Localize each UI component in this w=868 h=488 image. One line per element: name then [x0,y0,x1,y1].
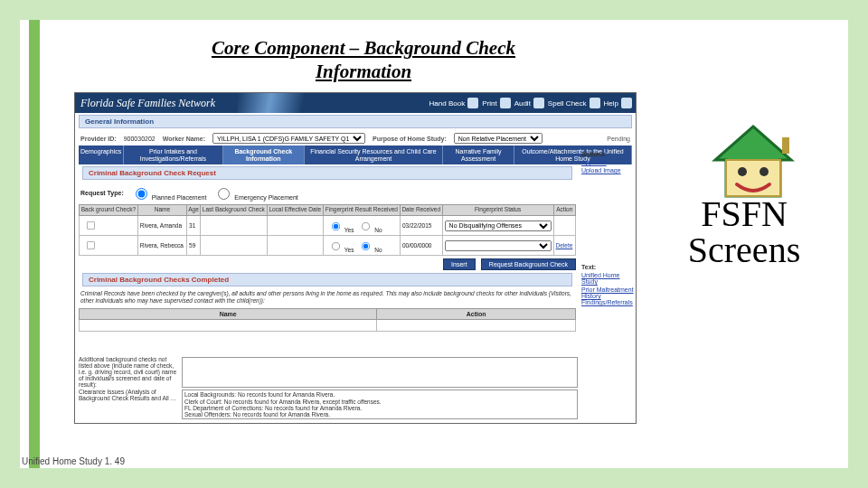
help-icon [621,98,632,108]
tab-narrative[interactable]: Narrative Family Assessment [443,145,514,164]
clearance-issues-textarea[interactable]: Local Backgrounds: No records found for … [182,389,578,419]
slide-title: Core Component – Background Check Inform… [174,36,553,84]
col-local-date: Local Effective Date [267,205,323,216]
additional-checks-label: Additional background checks not listed … [79,357,178,388]
insert-button[interactable]: Insert [443,258,476,270]
col-bg-check: Back ground Check? [80,205,138,216]
svg-point-2 [760,167,769,176]
provider-id-value: 900030202 [124,136,156,142]
audit-icon [533,98,544,108]
bgcheck-checkbox[interactable] [87,221,95,230]
titlebar-actions: Hand Book Print Audit Spell Check Help [429,98,636,108]
row-name: Rivera, Rebecca [137,236,186,256]
request-bg-check-button[interactable]: Request Background Check [481,258,576,270]
help-button[interactable]: Help [604,98,632,108]
request-type-row: Request Type: Planned Placement Emergenc… [79,182,576,204]
fp-result-radios[interactable]: Yes No [323,216,400,236]
criminal-completed-header: Criminal Background Checks Completed [82,273,572,286]
side-label: FSFN Screens [640,196,848,268]
provider-id-label: Provider ID: [80,136,117,142]
col-date-received: Date Received [400,205,442,216]
col-fp-result: Fingerprint Result Received [323,205,400,216]
svg-rect-3 [782,137,789,154]
print-icon [500,98,511,108]
handbook-button[interactable]: Hand Book [429,98,479,108]
criminal-request-header: Criminal Background Check Request [82,166,572,180]
table-row [80,319,576,331]
bgcheck-checkbox[interactable] [87,241,95,249]
row-age: 31 [187,216,201,236]
audit-button[interactable]: Audit [514,98,544,108]
tab-demographics[interactable]: Demographics [79,145,124,164]
prior-maltreatment-link[interactable]: Prior Maltreatment History Findings/Refe… [581,286,634,305]
request-type-label: Request Type: [80,190,124,196]
svg-point-1 [738,167,747,176]
planned-placement-option[interactable]: Planned Placement [131,185,207,201]
print-button[interactable]: Print [482,98,510,108]
footer-left: Unified Home Study 1. 49 [22,456,125,466]
titlebar-swoosh [238,93,346,113]
criminal-completed-note: Criminal Records have been checked by th… [79,288,576,308]
col-name: Name [137,205,186,216]
tab-background-check[interactable]: Background Check Information [223,145,305,164]
actions-header: Actions: [581,151,634,157]
row-name: Rivera, Amanda [137,216,186,236]
clearance-issues-label: Clearance Issues (Analysis of Background… [79,389,178,419]
request-button-row: Insert Request Background Check [79,258,576,270]
unified-home-study-link[interactable]: Unified Home Study [581,272,634,285]
status-value: Pending [607,136,630,142]
handbook-icon [467,98,478,108]
bottom-area: Additional background checks not listed … [79,355,578,419]
main-area: Criminal Background Check Request Reques… [75,166,580,331]
purpose-select[interactable]: Non Relative Placement [454,133,542,144]
app-brand: Florida Safe Families Network [80,97,215,110]
col-name: Name [80,308,377,319]
table-row: Rivera, Rebecca 59 Yes No 00/00/0000 Del… [80,236,576,256]
table-row: Rivera, Amanda 31 Yes No 03/22/2015 No D… [80,216,576,236]
spellcheck-button[interactable]: Spell Check [548,98,600,108]
row-age: 59 [187,236,201,256]
provider-row: Provider ID: 900030202 Worker Name: YILL… [75,130,636,144]
slide-frame: Core Component – Background Check Inform… [0,0,868,488]
row-date: 03/22/2015 [400,216,442,236]
purpose-label: Purpose of Home Study: [373,136,447,142]
additional-checks-textarea[interactable] [182,357,578,388]
app-panel: Florida Safe Families Network Hand Book … [74,92,637,424]
col-last-check: Last Background Check [201,205,268,216]
accent-rule [29,20,40,468]
tab-financial[interactable]: Financial Security Resources and Child C… [305,145,443,164]
worker-name-label: Worker Name: [163,136,205,142]
approval-link[interactable]: Approval [581,159,634,165]
tab-bar: Demographics Prior Intakes and Investiga… [79,145,632,164]
col-action: Action [377,308,576,319]
tab-prior-intakes[interactable]: Prior Intakes and Investigations/Referra… [124,145,223,164]
col-fp-status: Fingerprint Status [442,205,553,216]
col-age: Age [187,205,201,216]
fp-result-radios[interactable]: Yes No [323,236,400,256]
fp-status-select[interactable] [445,240,552,251]
actions-sidebar: Actions: Approval Upload Image Text: Uni… [581,151,634,305]
text-header: Text: [581,264,634,270]
worker-name-select[interactable]: YILLPH, LISA 1 (CDFS)G FAMILY SAFETY Q1 [212,133,365,144]
row-date: 00/00/0000 [400,236,442,256]
criminal-request-table: Back ground Check? Name Age Last Backgro… [79,204,576,256]
col-action: Action [553,205,575,216]
delete-link[interactable]: Delete [556,242,573,249]
upload-image-link[interactable]: Upload Image [581,167,634,174]
spellcheck-icon [590,98,600,108]
fp-status-select[interactable]: No Disqualifying Offenses [445,221,552,231]
general-info-header: General Information [79,115,632,128]
emergency-placement-option[interactable]: Emergency Placement [213,185,297,201]
app-titlebar: Florida Safe Families Network Hand Book … [75,93,636,113]
criminal-completed-table: Name Action [79,308,576,332]
